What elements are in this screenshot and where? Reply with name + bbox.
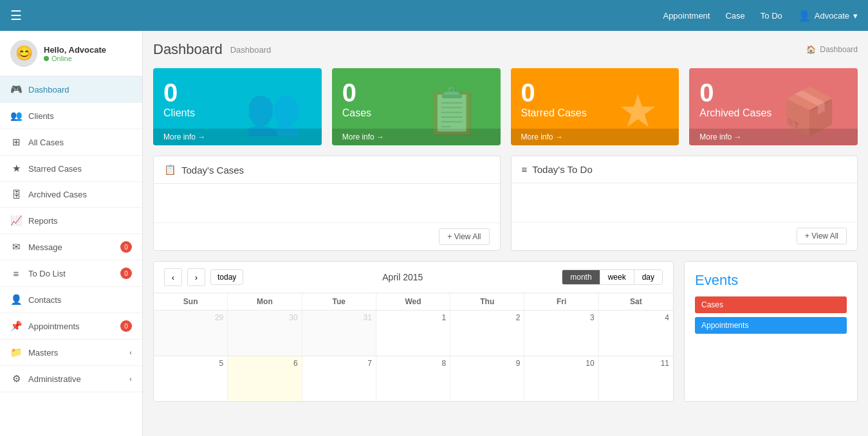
cal-day[interactable]: 31 bbox=[302, 311, 376, 356]
nav-todo[interactable]: To Do bbox=[761, 11, 782, 21]
cal-day[interactable]: 7 bbox=[302, 356, 376, 401]
archived-bg-icon: 📦 bbox=[781, 85, 837, 138]
todays-todo-title: Today's To Do bbox=[532, 164, 592, 175]
cal-day[interactable]: 5 bbox=[154, 356, 228, 401]
starred-cases-icon: ★ bbox=[10, 163, 22, 174]
events-title: Events bbox=[695, 272, 847, 289]
top-nav: ☰ Appointment Case To Do 👤 Advocate ▾ bbox=[0, 0, 868, 31]
sidebar-item-label: Message bbox=[28, 242, 62, 252]
administrative-arrow: ‹ bbox=[129, 375, 132, 383]
cal-view-week[interactable]: week bbox=[600, 270, 634, 284]
calendar-today-btn[interactable]: today bbox=[210, 269, 243, 285]
main-content: Dashboard Dashboard 🏠 Dashboard 0 Client… bbox=[143, 31, 868, 436]
sidebar-item-dashboard[interactable]: 🎮 Dashboard bbox=[0, 77, 142, 103]
user-menu[interactable]: 👤 Advocate ▾ bbox=[798, 10, 858, 22]
sidebar-item-clients[interactable]: 👥 Clients bbox=[0, 103, 142, 129]
sidebar-item-contacts[interactable]: 👤 Contacts bbox=[0, 287, 142, 313]
starred-bg-icon: ★ bbox=[618, 85, 658, 138]
sidebar-item-administrative[interactable]: ⚙ Administrative ‹ bbox=[0, 366, 142, 392]
cal-day[interactable]: 3 bbox=[524, 311, 598, 356]
nav-appointment[interactable]: Appointment bbox=[663, 11, 710, 21]
sidebar-item-starred-cases[interactable]: ★ Starred Cases bbox=[0, 156, 142, 182]
day-header-fri: Fri bbox=[524, 293, 598, 310]
sidebar-item-label: All Cases bbox=[28, 138, 64, 147]
status-text: Online bbox=[51, 55, 72, 62]
sidebar-item-masters[interactable]: 📁 Masters ‹ bbox=[0, 340, 142, 366]
cal-day[interactable]: 9 bbox=[450, 356, 524, 401]
sidebar-item-label: Archived Cases bbox=[28, 190, 87, 199]
sidebar-item-label: Appointments bbox=[28, 322, 80, 331]
todays-todo-view-all-btn[interactable]: + View All bbox=[797, 228, 847, 244]
hamburger-menu[interactable]: ☰ bbox=[10, 8, 22, 23]
user-greeting: Hello, Advocate bbox=[44, 45, 106, 55]
status-dot bbox=[44, 56, 49, 61]
sidebar-item-label: Dashboard bbox=[28, 85, 69, 95]
cal-view-month[interactable]: month bbox=[562, 270, 600, 284]
dashboard-icon: 🎮 bbox=[10, 84, 22, 95]
cal-day[interactable]: 10 bbox=[524, 356, 598, 401]
sidebar-item-label: Clients bbox=[28, 111, 54, 121]
calendar-grid: Sun Mon Tue Wed Thu Fri Sat 29 30 31 bbox=[154, 293, 673, 401]
sidebar-item-label: To Do List bbox=[28, 269, 66, 278]
appointments-icon: 📌 bbox=[10, 320, 22, 332]
todo-list-icon: ≡ bbox=[10, 268, 22, 279]
breadcrumb-right-text: Dashboard bbox=[820, 45, 858, 54]
cases-section-icon: 📋 bbox=[164, 164, 176, 176]
breadcrumb-path: Dashboard bbox=[230, 45, 272, 55]
calendar-prev-btn[interactable]: ‹ bbox=[164, 268, 182, 286]
cal-day[interactable]: 2 bbox=[450, 311, 524, 356]
page-title: Dashboard bbox=[153, 41, 223, 58]
day-header-sun: Sun bbox=[154, 293, 228, 310]
avatar-icon: 😊 bbox=[15, 45, 33, 62]
dropdown-arrow-icon: ▾ bbox=[853, 11, 858, 21]
cal-day[interactable]: 4 bbox=[599, 311, 673, 356]
sidebar-item-all-cases[interactable]: ⊞ All Cases bbox=[0, 129, 142, 156]
day-header-sat: Sat bbox=[599, 293, 673, 310]
calendar-next-btn[interactable]: › bbox=[187, 268, 205, 286]
sidebar-item-message[interactable]: ✉ Message 0 bbox=[0, 234, 142, 260]
cal-day[interactable]: 11 bbox=[599, 356, 673, 401]
todo-badge: 0 bbox=[120, 268, 132, 279]
day-header-thu: Thu bbox=[450, 293, 524, 310]
todays-cases-card: 📋 Today's Cases + View All bbox=[153, 156, 501, 251]
cases-bg-icon: 📋 bbox=[424, 85, 480, 138]
cal-day[interactable]: 1 bbox=[376, 311, 450, 356]
sidebar-item-todo-list[interactable]: ≡ To Do List 0 bbox=[0, 260, 142, 287]
todays-todo-header: ≡ Today's To Do bbox=[512, 156, 858, 183]
stat-cards: 0 Clients 👥 More info → 0 Cases 📋 More i… bbox=[153, 68, 858, 145]
user-label: Advocate bbox=[815, 11, 849, 21]
todays-cases-view-all-btn[interactable]: + View All bbox=[439, 228, 489, 245]
cal-day-today[interactable]: 6 bbox=[228, 356, 302, 401]
events-card: Events Cases Appointments bbox=[684, 261, 858, 402]
event-item-appointments[interactable]: Appointments bbox=[695, 317, 847, 334]
message-badge: 0 bbox=[120, 241, 132, 253]
user-info: Hello, Advocate Online bbox=[44, 45, 106, 62]
event-item-cases[interactable]: Cases bbox=[695, 296, 847, 313]
calendar-day-headers: Sun Mon Tue Wed Thu Fri Sat bbox=[154, 293, 673, 311]
calendar-header: ‹ › today April 2015 month week day bbox=[154, 262, 673, 293]
nav-case[interactable]: Case bbox=[725, 11, 744, 21]
sidebar-item-appointments[interactable]: 📌 Appointments 0 bbox=[0, 313, 142, 340]
todays-cases-header: 📋 Today's Cases bbox=[154, 156, 500, 184]
sidebar-item-reports[interactable]: 📈 Reports bbox=[0, 208, 142, 234]
sidebar-user-profile: 😊 Hello, Advocate Online bbox=[0, 31, 142, 77]
todays-todo-view-all-container: + View All bbox=[512, 222, 858, 250]
calendar-view-buttons: month week day bbox=[562, 269, 663, 285]
todays-cases-title: Today's Cases bbox=[181, 165, 244, 176]
stat-card-clients: 0 Clients 👥 More info → bbox=[153, 68, 322, 145]
home-icon: 🏠 bbox=[806, 45, 816, 54]
cal-day[interactable]: 30 bbox=[228, 311, 302, 356]
sidebar-item-label: Reports bbox=[28, 216, 58, 226]
cal-view-day[interactable]: day bbox=[634, 270, 662, 284]
cal-day[interactable]: 29 bbox=[154, 311, 228, 356]
sidebar: 😊 Hello, Advocate Online 🎮 Dashboard 👥 C… bbox=[0, 31, 143, 436]
sections-row: 📋 Today's Cases + View All ≡ Today's To … bbox=[153, 156, 858, 251]
cal-day[interactable]: 8 bbox=[376, 356, 450, 401]
breadcrumb: Dashboard Dashboard 🏠 Dashboard bbox=[153, 41, 858, 58]
sidebar-item-archived-cases[interactable]: 🗄 Archived Cases bbox=[0, 182, 142, 208]
sidebar-item-label: Administrative bbox=[28, 374, 81, 384]
reports-icon: 📈 bbox=[10, 215, 22, 226]
main-layout: 😊 Hello, Advocate Online 🎮 Dashboard 👥 C… bbox=[0, 31, 868, 436]
todays-cases-body bbox=[154, 184, 500, 223]
todays-todo-card: ≡ Today's To Do + View All bbox=[511, 156, 858, 251]
